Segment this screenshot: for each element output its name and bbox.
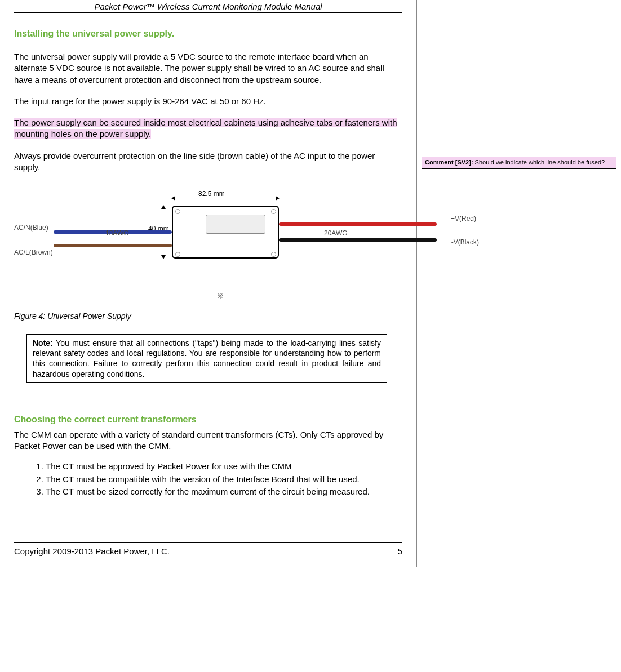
- power-supply-diagram: 82.5 mm 40 mm 18AWG 20AWG AC/N(Blue) AC/…: [59, 190, 454, 308]
- list-item: The CT must be approved by Packet Power …: [46, 461, 402, 472]
- header-title: Packet Power™ Wireless Current Monitorin…: [14, 0, 402, 12]
- dim-width-label: 82.5 mm: [198, 190, 225, 198]
- document-page: Packet Power™ Wireless Current Monitorin…: [0, 0, 417, 567]
- figure-wrap: 82.5 mm 40 mm 18AWG 20AWG AC/N(Blue) AC/…: [14, 190, 402, 308]
- header-rule: [14, 12, 402, 13]
- wire-dc-pos: [279, 222, 437, 226]
- ac-line-label: AC/L(Brown): [14, 248, 59, 256]
- comments-margin: Comment [SV2]: Should we indicate which …: [417, 0, 621, 567]
- mount-hole-icon: [175, 252, 180, 257]
- awg-out-label: 20AWG: [324, 229, 348, 237]
- mount-hole-icon: [271, 209, 276, 214]
- ct-requirements-list: The CT must be approved by Packet Power …: [40, 461, 402, 497]
- wire-dc-neg: [279, 238, 437, 242]
- footer-page-number: 5: [398, 546, 402, 556]
- para-overcurrent: Always provide overcurrent protection on…: [14, 150, 402, 173]
- comment-label: Comment [SV2]:: [425, 159, 473, 166]
- comment-bubble[interactable]: Comment [SV2]: Should we indicate which …: [422, 157, 616, 169]
- list-item: The CT must be sized correctly for the m…: [46, 486, 402, 497]
- awg-in-label: 18AWG: [105, 229, 129, 237]
- para-input-range: The input range for the power supply is …: [14, 96, 402, 107]
- note-label: Note:: [33, 339, 53, 348]
- note-body: You must ensure that all connections ("t…: [33, 339, 381, 379]
- list-item: The CT must be compatible with the versi…: [46, 474, 402, 485]
- mount-hole-icon: [175, 209, 180, 214]
- wire-ac-line: [54, 244, 172, 247]
- comment-text: Should we indicate which line should be …: [473, 159, 605, 166]
- psu-label-plate: [206, 215, 265, 234]
- footer: Copyright 2009-2013 Packet Power, LLC. 5: [14, 542, 402, 556]
- para-supply-desc: The universal power supply will provide …: [14, 51, 402, 86]
- footer-copyright: Copyright 2009-2013 Packet Power, LLC.: [14, 546, 170, 556]
- mount-hole-icon: [271, 252, 276, 257]
- para-mounting: The power supply can be secured inside m…: [14, 117, 402, 140]
- footer-rule: [14, 542, 402, 543]
- comment-leader-line: [256, 124, 431, 124]
- asterisk-icon: ※: [217, 291, 224, 300]
- highlighted-text: The power supply can be secured inside m…: [14, 118, 397, 139]
- ac-neutral-label: AC/N(Blue): [14, 224, 54, 232]
- para-ct-intro: The CMM can operate with a variety of st…: [14, 429, 402, 452]
- section1-title: Installing the universal power supply.: [14, 29, 402, 39]
- section2-title: Choosing the correct current transformer…: [14, 415, 402, 425]
- figure-caption: Figure 4: Universal Power Supply: [14, 311, 402, 321]
- note-box: Note: You must ensure that all connectio…: [26, 334, 387, 383]
- dim-width-arrow: [172, 198, 279, 198]
